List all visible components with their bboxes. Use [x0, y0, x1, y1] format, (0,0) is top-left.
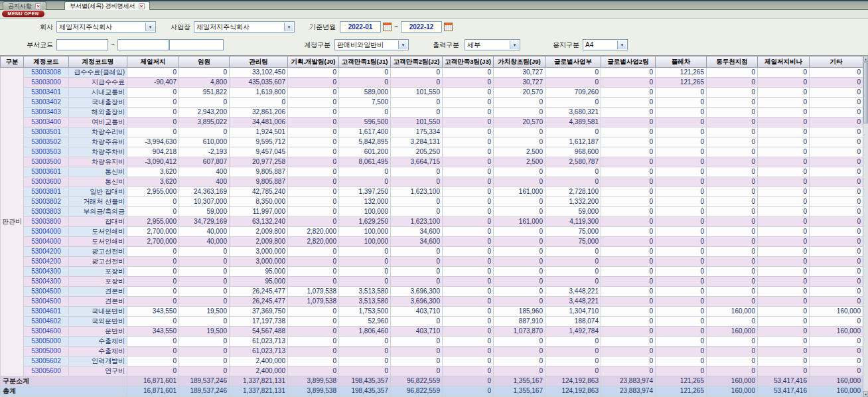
cell-value: 2,728,100 [545, 187, 601, 197]
table-row[interactable]: 판관비53003008급수수료(클레임)0033,102,450000030,7… [1, 68, 863, 78]
cell-value: 0 [707, 187, 758, 197]
cell-value: 0 [179, 297, 230, 307]
column-header: 제일저지비나 [758, 56, 810, 68]
cell-value: 0 [127, 207, 179, 217]
table-row[interactable]: 53004602국외운반비0017,197,738052,96000887,91… [1, 317, 863, 327]
paper-type-select[interactable]: A4 ▼ [583, 39, 628, 50]
cell-value: 33,102,450 [230, 68, 288, 78]
cell-value: 0 [601, 197, 656, 207]
scroll-up-icon[interactable]: ▲ [863, 56, 868, 62]
tab-notice[interactable]: 공지사항 × [3, 1, 46, 10]
cell-value: 904,218 [127, 147, 179, 157]
cell-account-code: 53004600 [24, 327, 69, 337]
cell-value: 2,955,000 [127, 187, 179, 197]
cell-value: 161,000 [494, 217, 545, 227]
table-row[interactable]: 53003600통신비3,6204009,805,88700000000000 [1, 177, 863, 187]
table-row[interactable]: 53004300포장비0095,00000000000000 [1, 267, 863, 277]
cell-value: 0 [443, 108, 494, 118]
table-row[interactable]: 53004200광고선전비003,000,00000000000000 [1, 257, 863, 267]
table-row[interactable]: 53003400여비교통비03,895,02234,481,0060596,50… [1, 118, 863, 127]
table-row[interactable]: 53003502차량주유비-3,994,630610,0009,595,7120… [1, 137, 863, 147]
total-row[interactable]: 총계16,871,601189,537,2461,337,821,1313,89… [1, 386, 863, 396]
table-row[interactable]: 53003403해외출장비02,943,20032,861,206000003,… [1, 108, 863, 118]
cell-value: 0 [707, 357, 758, 366]
cell-value: 0 [494, 207, 545, 217]
cell-value: 0 [758, 147, 810, 157]
cell-value: 0 [601, 307, 656, 317]
calendar-icon[interactable] [383, 23, 392, 31]
company-select[interactable]: 제일저지주식회사 ▼ [56, 21, 156, 33]
account-type-select[interactable]: 판매비와일반비 ▼ [334, 39, 409, 50]
menu-open-button[interactable]: MENU OPEN [2, 11, 44, 17]
cell-value: 0 [391, 207, 443, 217]
cell-value: 0 [707, 177, 758, 187]
cell-value: 0 [810, 287, 863, 297]
dept-from-input[interactable] [56, 39, 108, 50]
table-row[interactable]: 53003801일반 접대비2,955,00024,363,16942,785,… [1, 187, 863, 197]
cell-account-code: 53004300 [24, 277, 69, 287]
site-select[interactable]: 제일저지주식회사 ▼ [194, 21, 295, 33]
close-icon[interactable]: × [139, 3, 145, 9]
cell-account-name: 견본비 [69, 287, 127, 297]
cell-value: 0 [391, 68, 443, 78]
cell-value: 53,417,416 [758, 376, 810, 386]
calendar-icon[interactable] [444, 23, 453, 31]
cell-value: 0 [179, 337, 230, 347]
table-row[interactable]: 53005000수출제비0061,023,71300000000000 [1, 347, 863, 357]
cell-value: 0 [707, 287, 758, 297]
table-row[interactable]: 53004000도서인쇄비2,700,00040,0002,009,8002,8… [1, 237, 863, 247]
table-row[interactable]: 53004500견본비0026,245,4771,079,5383,513,58… [1, 297, 863, 307]
table-row[interactable]: 53004601국내운반비343,55019,50037,369,75001,7… [1, 307, 863, 317]
cell-account-code: 53004601 [24, 307, 69, 317]
subtotal-row[interactable]: 구분소계16,871,601189,537,2461,337,821,1313,… [1, 376, 863, 386]
table-row[interactable]: 53004500견본비0026,245,4771,079,5383,513,58… [1, 287, 863, 297]
cell-value: 0 [288, 277, 339, 287]
cell-value: 0 [707, 78, 758, 88]
cell-value: 0 [288, 247, 339, 257]
cell-account-code: 53005000 [24, 337, 69, 347]
table-row[interactable]: 53004200광고선전비003,000,00000000000000 [1, 247, 863, 257]
cell-value: 0 [810, 366, 863, 376]
table-row[interactable]: 53004600운반비343,55019,50054,567,48801,806… [1, 327, 863, 337]
close-icon[interactable]: × [35, 3, 41, 9]
table-row[interactable]: 53003503차량주차비904,218-2,1939,457,0450601,… [1, 147, 863, 157]
dept-name-input[interactable] [169, 39, 224, 50]
table-row[interactable]: 53003000지급수수료-90,4074,800435,035,6070000… [1, 78, 863, 88]
scroll-down-icon[interactable]: ▼ [863, 391, 868, 397]
cell-value: 0 [443, 177, 494, 187]
cell-value: 0 [391, 247, 443, 257]
table-row[interactable]: 53003800접대비2,955,00034,729,16963,132,240… [1, 217, 863, 227]
period-from-input[interactable]: 2022-01 [340, 21, 381, 33]
cell-value: 2,400,000 [230, 366, 288, 376]
cell-value: 100,000 [339, 237, 391, 247]
scrollbar-thumb[interactable] [863, 62, 868, 123]
dept-to-input[interactable] [117, 39, 169, 50]
cell-value: 0 [443, 267, 494, 277]
cell-value: 0 [758, 287, 810, 297]
cell-value: 0 [494, 366, 545, 376]
output-type-select[interactable]: 세부 ▼ [465, 39, 520, 50]
cell-account-code: 53004000 [24, 227, 69, 237]
table-row[interactable]: 53003501차량수리비001,924,50101,617,400175,33… [1, 127, 863, 137]
table-row[interactable]: 53003803부의금/축의금059,00011,997,0000100,000… [1, 207, 863, 217]
cell-value: 0 [810, 68, 863, 78]
header-row: 구분계정코드계정코드명제일저지임원관리팀기획.개발팀(J0)고객만족1팀(J1)… [1, 56, 863, 68]
table-row[interactable]: 53004000도서인쇄비2,700,00040,0002,009,8002,8… [1, 227, 863, 237]
cell-value: 0 [339, 366, 391, 376]
column-header: 임원 [179, 56, 230, 68]
tab-expense-report[interactable]: 부서별(세목) 경비명세서 × [64, 1, 150, 10]
table-row[interactable]: 53003500차량유지비-3,090,412607,80720,977,258… [1, 157, 863, 167]
table-row[interactable]: 53005602인력개발비002,400,00000000000000 [1, 357, 863, 366]
table-row[interactable]: 53005600연구비002,400,00000000000000 [1, 366, 863, 376]
table-row[interactable]: 53003401시내교통비0951,8221,619,8000589,00010… [1, 88, 863, 98]
table-row[interactable]: 53005000수출제비0061,023,71300000000000 [1, 337, 863, 347]
table-row[interactable]: 53004300포장비0095,00000000000000 [1, 277, 863, 287]
cell-value: 0 [339, 347, 391, 357]
period-to-input[interactable]: 2022-12 [401, 21, 442, 33]
table-row[interactable]: 53003402국내출장비00007,500000000000 [1, 98, 863, 108]
table-row[interactable]: 53003601통신비3,6204009,805,88700000000000 [1, 167, 863, 177]
table-row[interactable]: 53003802거래처 선물비010,307,0008,350,0000132,… [1, 197, 863, 207]
cell-value: 0 [288, 327, 339, 337]
cell-value: 0 [127, 347, 179, 357]
vertical-scrollbar[interactable]: ▲ ▼ [863, 56, 868, 397]
